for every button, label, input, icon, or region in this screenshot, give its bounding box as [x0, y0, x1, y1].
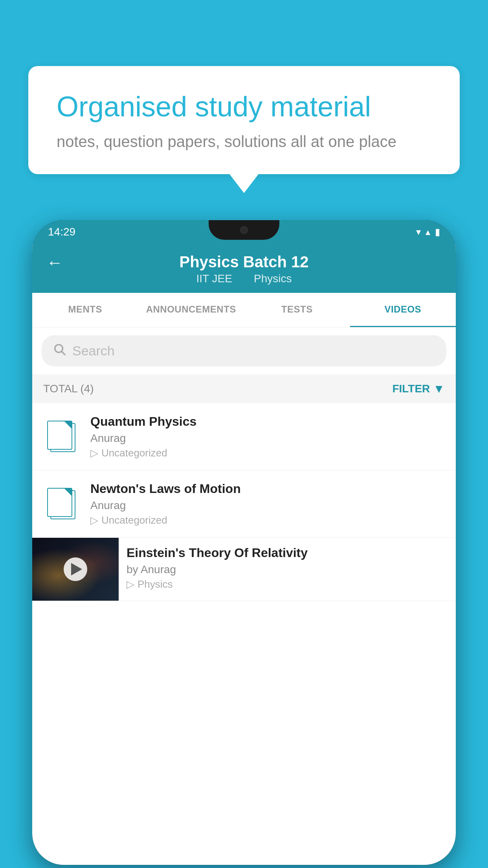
tab-ments[interactable]: MENTS	[32, 293, 138, 327]
play-button-3[interactable]	[64, 557, 87, 581]
video-thumb-2	[42, 484, 81, 524]
signal-icon: ▴	[426, 226, 430, 237]
search-bar[interactable]: Search	[42, 335, 446, 366]
video-list: Quantum Physics Anurag ▷ Uncategorized	[32, 403, 456, 601]
video-title-2: Newton's Laws of Motion	[90, 482, 446, 496]
filter-label: FILTER	[392, 383, 430, 395]
phone-notch	[209, 220, 279, 240]
app-header: ← Physics Batch 12 IIT JEE Physics	[32, 244, 456, 293]
video-author-3: by Anurag	[127, 563, 448, 576]
filter-icon: ▼	[433, 382, 445, 395]
play-icon-3	[71, 563, 82, 576]
tab-announcements[interactable]: ANNOUNCEMENTS	[138, 293, 244, 327]
video-tag-1: ▷ Uncategorized	[90, 447, 446, 459]
wifi-icon: ▾	[416, 226, 421, 237]
speech-bubble-card: Organised study material notes, question…	[28, 66, 460, 174]
video-author-1: Anurag	[90, 432, 446, 445]
svg-line-1	[62, 351, 65, 355]
file-icon-2	[47, 488, 75, 520]
search-icon	[53, 342, 66, 359]
search-placeholder: Search	[72, 343, 115, 359]
video-info-3: Einstein's Theory Of Relativity by Anura…	[119, 538, 456, 598]
video-item-2[interactable]: Newton's Laws of Motion Anurag ▷ Uncateg…	[32, 471, 456, 538]
video-thumbnail-3	[32, 538, 119, 601]
file-icon-1	[47, 421, 75, 453]
app-title: Physics Batch 12	[179, 253, 308, 271]
subtitle-iit: IIT JEE	[196, 272, 232, 285]
app-subtitle: IIT JEE Physics	[192, 272, 297, 285]
video-tag-3: ▷ Physics	[127, 578, 448, 590]
video-author-2: Anurag	[90, 499, 446, 512]
status-time: 14:29	[48, 226, 75, 238]
video-title-3: Einstein's Theory Of Relativity	[127, 546, 448, 560]
phone-screen: ← Physics Batch 12 IIT JEE Physics MENTS…	[32, 244, 456, 865]
camera-dot	[240, 226, 248, 234]
speech-bubble-title: Organised study material	[57, 90, 431, 123]
search-bar-container: Search	[32, 327, 456, 374]
tag-icon-3: ▷	[127, 578, 134, 590]
filter-row: TOTAL (4) FILTER ▼	[32, 374, 456, 403]
status-bar: 14:29 ▾ ▴ ▮	[32, 220, 456, 244]
battery-icon: ▮	[435, 226, 440, 237]
video-tag-2: ▷ Uncategorized	[90, 514, 446, 526]
tag-icon-2: ▷	[90, 514, 98, 526]
back-button[interactable]: ←	[46, 253, 63, 272]
tab-videos[interactable]: VIDEOS	[350, 293, 456, 327]
speech-bubble-subtitle: notes, question papers, solutions all at…	[57, 133, 431, 151]
status-icons: ▾ ▴ ▮	[416, 226, 440, 237]
tab-tests[interactable]: TESTS	[244, 293, 350, 327]
video-info-1: Quantum Physics Anurag ▷ Uncategorized	[90, 414, 446, 459]
subtitle-physics: Physics	[254, 272, 292, 285]
video-thumb-1	[42, 417, 81, 456]
phone-frame: 14:29 ▾ ▴ ▮ ← Physics Batch 12 IIT JEE P…	[32, 220, 456, 865]
total-count: TOTAL (4)	[43, 383, 94, 395]
tag-icon-1: ▷	[90, 447, 98, 459]
video-item-3[interactable]: Einstein's Theory Of Relativity by Anura…	[32, 538, 456, 601]
filter-button[interactable]: FILTER ▼	[392, 382, 445, 395]
video-info-2: Newton's Laws of Motion Anurag ▷ Uncateg…	[90, 482, 446, 526]
tabs-bar: MENTS ANNOUNCEMENTS TESTS VIDEOS	[32, 293, 456, 327]
video-title-1: Quantum Physics	[90, 414, 446, 429]
video-item-1[interactable]: Quantum Physics Anurag ▷ Uncategorized	[32, 403, 456, 471]
